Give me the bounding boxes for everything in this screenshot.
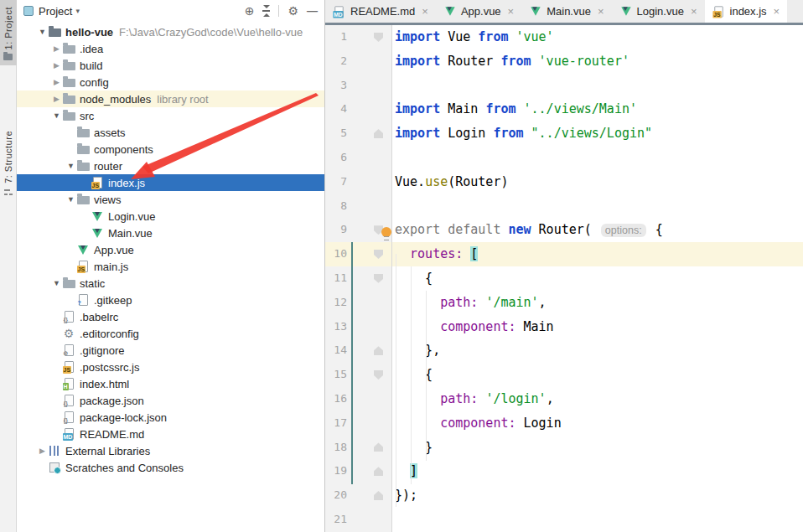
project-panel-title[interactable]: Project: [39, 5, 72, 18]
line-number: 18: [325, 436, 347, 460]
tree-item-hello-vue[interactable]: ▼hello-vueF:\Java\CrazyGod\code\Vue\hell…: [17, 23, 324, 40]
stripe-item-1-project[interactable]: 1: Project: [0, 0, 17, 65]
code-text[interactable]: {: [392, 266, 803, 291]
code-token: routes:: [410, 246, 463, 261]
chevron-collapsed-icon[interactable]: ▶: [51, 95, 62, 103]
chevron-collapsed-icon[interactable]: ▶: [51, 44, 62, 53]
line-number: 8: [325, 194, 347, 219]
tree-item-babelrc[interactable]: .babelrc: [17, 308, 324, 325]
tree-item-external-libraries[interactable]: ▶External Libraries: [17, 442, 324, 459]
tree-item-login-vue[interactable]: Login.vue: [17, 208, 324, 225]
code-text[interactable]: }: [392, 436, 803, 460]
tree-item-index-js[interactable]: index.js: [17, 174, 324, 191]
fold-close-icon[interactable]: [374, 491, 383, 500]
fold-open-icon[interactable]: [374, 250, 383, 259]
gutter-cell: 17: [325, 411, 392, 436]
tree-item-gitignore[interactable]: .gitignore: [17, 342, 324, 359]
chevron-expanded-icon[interactable]: ▼: [51, 111, 62, 120]
tree-item-node-modules[interactable]: ▶node_moduleslibrary root: [17, 90, 324, 107]
code-token: Vue.: [395, 174, 425, 189]
fold-close-icon[interactable]: [374, 442, 383, 452]
fold-open-icon[interactable]: [374, 274, 383, 283]
code-text[interactable]: import Login from "../views/Login": [392, 121, 803, 146]
close-icon[interactable]: ×: [422, 5, 428, 18]
chevron-collapsed-icon[interactable]: ▶: [37, 447, 48, 455]
locate-icon[interactable]: ⊕: [245, 5, 255, 17]
chevron-expanded-icon[interactable]: ▼: [51, 279, 62, 287]
tab-readme-md[interactable]: README.md×: [325, 0, 436, 23]
tab-app-vue[interactable]: App.vue×: [436, 0, 521, 23]
line-number: 16: [325, 387, 347, 411]
chevron-expanded-icon[interactable]: ▼: [37, 28, 48, 36]
code-text[interactable]: ]: [392, 459, 803, 483]
intention-bulb-icon[interactable]: [381, 227, 391, 237]
code-text[interactable]: import Main from '../views/Main': [392, 97, 803, 121]
collapse-all-icon[interactable]: [262, 5, 270, 17]
code-text[interactable]: {: [392, 363, 803, 387]
tree-item-router[interactable]: ▼router: [17, 158, 324, 174]
code-line-1: 1import Vue from 'vue': [325, 25, 803, 49]
tree-item-scratches-and-consoles[interactable]: Scratches and Consoles: [17, 459, 324, 476]
code-text[interactable]: import Router from 'vue-router': [392, 49, 803, 74]
chevron-expanded-icon[interactable]: ▼: [65, 195, 76, 204]
close-icon[interactable]: ×: [598, 5, 604, 18]
tree-item-assets[interactable]: assets: [17, 124, 324, 141]
tree-item-idea[interactable]: ▶.idea: [17, 40, 324, 57]
tree-item-app-vue[interactable]: App.vue: [17, 241, 324, 258]
scratches-icon: [49, 462, 60, 473]
tree-item-package-json[interactable]: package.json: [17, 392, 324, 409]
code-token: {: [395, 367, 433, 382]
chevron-expanded-icon[interactable]: ▼: [65, 162, 76, 170]
close-icon[interactable]: ×: [508, 5, 515, 18]
tree-item-main-vue[interactable]: Main.vue: [17, 225, 324, 241]
chevron-down-icon[interactable]: ▾: [75, 7, 80, 15]
code-text[interactable]: export default new Router( options: {: [392, 218, 803, 243]
hide-panel-icon[interactable]: —: [307, 5, 318, 17]
code-text[interactable]: path: '/login',: [392, 387, 803, 411]
folder-icon: [63, 280, 75, 288]
tree-item-components[interactable]: components: [17, 141, 324, 158]
code-text[interactable]: path: '/main',: [392, 291, 803, 315]
chevron-collapsed-icon[interactable]: ▶: [51, 61, 62, 70]
tree-item-label: src: [80, 110, 94, 122]
code-text[interactable]: component: Login: [392, 411, 803, 436]
tree-item-package-lock-json[interactable]: package-lock.json: [17, 409, 324, 426]
tree-item-postcssrc-js[interactable]: .postcssrc.js: [17, 359, 324, 375]
close-icon[interactable]: ×: [774, 5, 780, 18]
stripe-item-7-structure[interactable]: 7: Structure: [0, 124, 17, 201]
header-divider: [278, 5, 279, 17]
tree-item-config[interactable]: ▶config: [17, 74, 324, 90]
code-text[interactable]: import Vue from 'vue': [392, 25, 803, 49]
gear-icon[interactable]: ⚙: [288, 5, 298, 17]
tree-item-index-html[interactable]: index.html: [17, 375, 324, 392]
code-text[interactable]: routes: [: [392, 242, 803, 266]
tree-item-readme-md[interactable]: README.md: [17, 426, 324, 442]
tree-item-label: index.js: [108, 177, 145, 189]
tree-item-editorconfig[interactable]: ⚙.editorconfig: [17, 325, 324, 342]
tree-item-src[interactable]: ▼src: [17, 107, 324, 124]
fold-open-icon[interactable]: [374, 33, 383, 42]
tree-item-static[interactable]: ▼static: [17, 275, 324, 292]
code-text[interactable]: component: Main: [392, 315, 803, 339]
indent-guide: [411, 266, 412, 484]
code-token: }: [395, 440, 433, 455]
close-icon[interactable]: ×: [691, 5, 697, 18]
code-text[interactable]: });: [392, 483, 803, 508]
fold-close-icon[interactable]: [374, 346, 383, 355]
tree-item-gitkeep[interactable]: .gitkeep: [17, 292, 324, 308]
code-token: import: [395, 29, 440, 44]
code-text[interactable]: Vue.use(Router): [392, 170, 803, 194]
fold-open-icon[interactable]: [374, 370, 383, 380]
code-text[interactable]: },: [392, 338, 803, 363]
chevron-collapsed-icon[interactable]: ▶: [51, 78, 62, 86]
tree-item-views[interactable]: ▼views: [17, 191, 324, 208]
tab-index-js[interactable]: index.js×: [705, 0, 788, 23]
fold-close-icon[interactable]: [374, 467, 383, 476]
fold-close-icon[interactable]: [374, 129, 383, 138]
tab-main-vue[interactable]: Main.vue×: [521, 0, 611, 23]
tree-item-main-js[interactable]: main.js: [17, 258, 324, 275]
tree-item-label: config: [80, 76, 109, 89]
tab-login-vue[interactable]: Login.vue×: [612, 0, 705, 23]
tree-item-build[interactable]: ▶build: [17, 57, 324, 74]
vue-file-icon: [92, 212, 102, 221]
